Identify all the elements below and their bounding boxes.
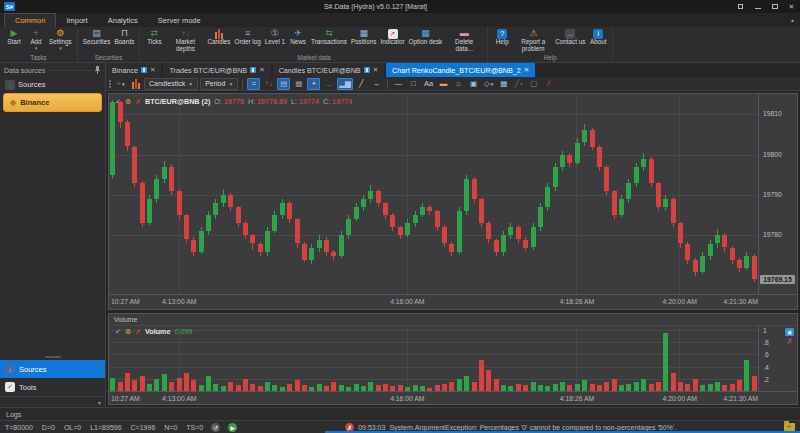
ribbon-item-level-1[interactable]: ①Level 1 — [263, 28, 287, 46]
ribbon-item-report-a-problem[interactable]: ⚠Report a problem — [513, 28, 553, 53]
price-time-axis[interactable]: 10:27 AM4:13:00 AM4:16:00 AM4:18:26 AM4:… — [109, 294, 759, 309]
draw-arrow-button[interactable]: → — [370, 78, 383, 90]
volume-pane-close-icon[interactable]: ✗ — [786, 338, 793, 346]
volume-settings-icon[interactable]: ⚙ — [125, 328, 131, 336]
minimize-button[interactable] — [753, 2, 762, 11]
counter-n: N=0 — [164, 424, 177, 431]
candle-body — [516, 227, 521, 239]
new-doc-button[interactable]: ▢ — [527, 78, 540, 90]
sources-icon: ↓ — [5, 80, 15, 90]
series-visible-check-icon[interactable]: ✓ — [115, 98, 121, 106]
volume-time-axis[interactable]: 10:27 AM4:13:00 AM4:16:00 AM4:18:26 AM4:… — [109, 391, 759, 404]
left-panel-toggle[interactable]: ▤ — [277, 78, 290, 90]
source-item-binance[interactable]: ◆ Binance — [3, 93, 102, 112]
ribbon-item-option-desk[interactable]: ▦Option desk — [407, 28, 445, 46]
volume-pane-restore-icon[interactable]: ▣ — [785, 328, 794, 336]
draw-band-button[interactable]: ▬ — [437, 78, 450, 90]
logs-panel[interactable]: Logs — [0, 407, 800, 420]
volume-visible-check-icon[interactable]: ✓ — [115, 328, 121, 336]
draw-area-button[interactable]: ⌂ — [452, 78, 465, 90]
maximize-button[interactable] — [770, 2, 779, 11]
tab-close-icon[interactable]: ✕ — [150, 66, 155, 74]
ribbon-item-candles[interactable]: Candles — [205, 28, 232, 46]
doc-tab-candles-btc-eur-bnb[interactable]: Candles BTC/EUR@BNB✕ — [273, 63, 386, 77]
draw-text-button[interactable]: Aa — [422, 78, 435, 90]
add-series-button[interactable]: +▾ — [114, 78, 127, 90]
price-plot[interactable]: ✓ ⚙ ✗ BTC/EUR@BNB (2) O: 19776 H: 19778.… — [109, 94, 759, 294]
tree-root-sources[interactable]: ↓ Sources — [0, 77, 105, 92]
open-logs-folder-icon[interactable] — [784, 423, 795, 431]
sidebar-nav-tools[interactable]: ✓Tools — [0, 378, 105, 396]
ribbon-item-boards[interactable]: ΠBoards — [112, 28, 136, 46]
tab-float-icon[interactable] — [364, 67, 370, 73]
volume-panel-toggle[interactable]: ▂▆ — [337, 78, 353, 90]
pin-icon[interactable] — [94, 66, 101, 74]
export-button[interactable]: ▣ — [467, 78, 480, 90]
volume-remove-icon[interactable]: ✗ — [135, 328, 141, 336]
series-settings-icon[interactable]: ⚙ — [125, 98, 131, 106]
ribbon-item-market-depths[interactable]: ↑↓Market depths — [165, 28, 205, 53]
rect-icon: □ — [411, 79, 416, 88]
updown-toggle[interactable]: ↑↓ — [262, 78, 275, 90]
ribbon-item-indicator[interactable]: ↗Indicator — [378, 28, 406, 46]
tooltip-toggle[interactable]: … — [322, 78, 335, 90]
ribbon-item-order-log[interactable]: ≡Order log — [232, 28, 262, 46]
draw-rect-button[interactable]: □ — [407, 78, 420, 90]
candle-body — [715, 235, 720, 243]
tab-float-icon[interactable] — [141, 67, 147, 73]
share-button[interactable]: ◇▾ — [482, 78, 495, 90]
calculator-button[interactable]: ▦ — [497, 78, 510, 90]
sidebar-overflow[interactable]: ▾ — [0, 396, 105, 407]
sidebar-nav-sources[interactable]: ↓Sources — [0, 360, 105, 378]
tab-close-icon[interactable]: ✕ — [259, 66, 264, 74]
draw-trend-line-button[interactable]: ╱ — [355, 78, 368, 90]
ribbon-item-positions[interactable]: ▦Positions — [349, 28, 379, 46]
ribbon-item-settings[interactable]: ⚙Settings▾ — [47, 28, 74, 50]
series-style-icon[interactable] — [129, 78, 142, 90]
candle-body — [125, 122, 130, 146]
volume-bar — [626, 384, 631, 391]
crosshair-toggle[interactable]: + — [307, 78, 320, 90]
candle-body — [649, 159, 654, 183]
tab-float-icon[interactable] — [250, 67, 256, 73]
period-select[interactable]: Period▼ — [200, 78, 238, 90]
draw-hline-button[interactable]: — — [392, 78, 405, 90]
grid-panel-toggle[interactable]: ▦ — [292, 78, 305, 90]
price-axis[interactable]: 1981019800197901978019769.15 — [759, 94, 797, 294]
tray-button[interactable] — [736, 2, 745, 11]
barchart-icon: ▂▆ — [339, 79, 351, 88]
ribbon-item-start[interactable]: ▶Start — [3, 28, 25, 46]
ribbon-item-ticks[interactable]: ⇄Ticks — [143, 28, 165, 46]
status-progress-icon[interactable]: ↺ — [211, 423, 220, 432]
ribbon-collapse-icon[interactable]: ▴ — [791, 16, 794, 23]
remove-button[interactable]: ✗ — [542, 78, 555, 90]
ribbon-item-delete-data[interactable]: ▬Delete data... — [444, 28, 484, 53]
ribbon-item-help[interactable]: ?Help — [491, 28, 513, 46]
ribbon-tab-analytics[interactable]: Analytics — [98, 13, 148, 27]
volume-bar — [663, 333, 668, 391]
tab-close-icon[interactable]: ✕ — [524, 66, 529, 74]
ribbon-tab-import[interactable]: Import — [56, 13, 97, 27]
ribbon-item-about[interactable]: iAbout — [587, 28, 609, 46]
doc-tab-binance[interactable]: Binance✕ — [106, 63, 163, 77]
tab-close-icon[interactable]: ✕ — [373, 66, 378, 74]
close-button[interactable]: ✕ — [787, 2, 796, 11]
ribbon-item-add[interactable]: +Add▾ — [25, 28, 47, 50]
edit-button[interactable]: ╱▾ — [512, 78, 525, 90]
series-type-select[interactable]: Candlestick▼ — [144, 78, 198, 90]
ribbon-item-transactions[interactable]: ⇆Transactions — [309, 28, 349, 46]
sidebar-splitter[interactable] — [0, 353, 105, 360]
ribbon-item-securities[interactable]: ▤Securities — [81, 28, 113, 46]
status-running-icon[interactable]: ▶ — [228, 423, 237, 432]
doc-tab-trades-btc-eur-bnb[interactable]: Trades BTC/EUR@BNB✕ — [163, 63, 272, 77]
doc-tab-chart-renkocandle-btc-eur-bnb-2[interactable]: Chart RenkoCandle_BTC/EUR@BNB_2✕ — [386, 63, 537, 77]
volume-plot[interactable]: ✓ ⚙ ✗ Volume 0.099 — [109, 326, 759, 391]
ribbon-item-contact-us[interactable]: …Contact us — [553, 28, 587, 46]
tick-mode-toggle[interactable]: = — [247, 78, 260, 90]
ribbon-item-news[interactable]: ✈News — [287, 28, 309, 46]
volume-axis[interactable]: ▣ ✗ 1.8.6.4.2 — [759, 326, 797, 391]
ribbon-tab-server-mode[interactable]: Server mode — [148, 13, 211, 27]
ribbon-tab-common[interactable]: Common — [4, 13, 56, 27]
toolbar-grip[interactable] — [109, 80, 111, 88]
series-remove-icon[interactable]: ✗ — [135, 98, 141, 106]
